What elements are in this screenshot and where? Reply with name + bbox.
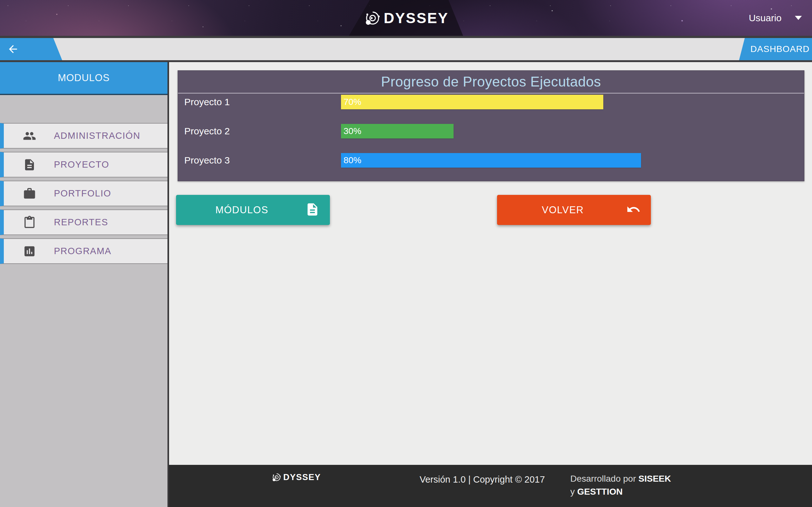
sidebar-menu: ADMINISTRACIÓN PROYECTO PORTFOLIO REPORT… (0, 95, 167, 264)
footer-credits: Desarrollado por SISEEK y GESTTION (570, 472, 675, 498)
progress-panel: Progreso de Proyectos Ejecutados Proyect… (177, 70, 804, 181)
footer-odyssey-logo: DYSSEY (271, 472, 321, 483)
logo-text: DYSSEY (384, 9, 449, 26)
credits-middle: y (570, 487, 577, 497)
back-button[interactable] (0, 38, 62, 60)
chevron-down-icon (795, 16, 802, 20)
undo-icon (626, 202, 641, 218)
sidebar-item-proyecto[interactable]: PROYECTO (0, 152, 167, 177)
sidebar-item-programa[interactable]: PROGRAMA (0, 238, 167, 264)
footer-logo-text: DYSSEY (283, 472, 321, 482)
credit-siseek: SISEEK (639, 474, 671, 484)
bar-chart-icon (23, 245, 36, 258)
sidebar-item-label: PROYECTO (54, 153, 109, 177)
modules-button-label: MÓDULOS (215, 205, 291, 216)
project-label: Proyecto 3 (184, 153, 230, 168)
volver-button[interactable]: VOLVER (497, 195, 651, 225)
progress-bar-track: 30% (341, 124, 716, 138)
credit-gesttion: GESTTION (577, 487, 623, 497)
project-row: Proyecto 3 80% (178, 153, 804, 168)
credits-prefix: Desarrollado por (570, 474, 639, 484)
atom-orbit-icon (271, 472, 282, 483)
sidebar-item-portfolio[interactable]: PORTFOLIO (0, 181, 167, 206)
sidebar-item-administracion[interactable]: ADMINISTRACIÓN (0, 123, 167, 149)
modules-button[interactable]: MÓDULOS (176, 195, 330, 225)
header-divider (0, 36, 812, 38)
progress-panel-header: Progreso de Proyectos Ejecutados (178, 71, 804, 94)
briefcase-icon (23, 187, 36, 200)
progress-bar-fill: 30% (341, 124, 454, 138)
progress-percent-label: 80% (341, 153, 361, 168)
volver-button-label: VOLVER (542, 205, 606, 216)
sidebar-item-label: REPORTES (54, 210, 108, 234)
page-title: Progreso de Proyectos Ejecutados (381, 74, 601, 90)
clipboard-icon (23, 216, 36, 229)
arrow-back-icon (7, 43, 19, 55)
user-menu[interactable]: Usuario (749, 0, 802, 36)
progress-bar-fill: 80% (341, 153, 641, 168)
sidebar-title: MODULOS (0, 62, 167, 95)
breadcrumb-page-label: DASHBOARD (751, 44, 809, 54)
footer: DYSSEY Versión 1.0 | Copyright © 2017 De… (169, 465, 812, 507)
project-row: Proyecto 2 30% (178, 124, 804, 138)
sidebar: MODULOS ADMINISTRACIÓN PROYECTO PORTFOLI… (0, 62, 167, 507)
people-icon (23, 129, 36, 143)
project-label: Proyecto 1 (184, 95, 230, 109)
atom-orbit-icon (363, 9, 382, 27)
progress-bar-track: 70% (341, 95, 716, 109)
project-row: Proyecto 1 70% (178, 95, 804, 109)
breadcrumb-page-tab[interactable]: DASHBOARD (739, 38, 812, 60)
progress-bar-fill: 70% (341, 95, 603, 109)
sidebar-item-label: PROGRAMA (54, 239, 111, 263)
progress-bar-track: 80% (341, 153, 716, 168)
user-name: Usuario (749, 13, 781, 23)
document-icon (305, 202, 320, 218)
progress-percent-label: 70% (341, 95, 361, 109)
project-label: Proyecto 2 (184, 124, 230, 138)
sidebar-title-label: MODULOS (58, 72, 110, 83)
sidebar-item-label: ADMINISTRACIÓN (54, 124, 140, 148)
sidebar-item-label: PORTFOLIO (54, 181, 111, 206)
sidebar-item-reportes[interactable]: REPORTES (0, 210, 167, 235)
progress-percent-label: 30% (341, 124, 361, 138)
document-icon (23, 158, 36, 171)
breadcrumb-bar: DASHBOARD (0, 38, 812, 60)
main-content: Progreso de Proyectos Ejecutados Proyect… (169, 62, 812, 465)
odyssey-logo: DYSSEY (363, 9, 449, 27)
app-header: DYSSEY Usuario (0, 0, 812, 36)
footer-version-text: Versión 1.0 | Copyright © 2017 (420, 474, 545, 485)
